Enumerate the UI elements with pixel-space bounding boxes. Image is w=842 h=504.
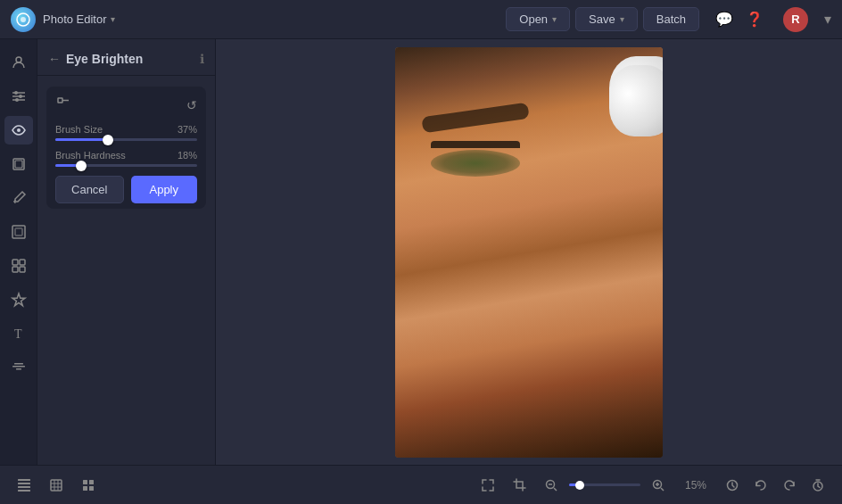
svg-point-7 [19,95,22,98]
svg-marker-18 [12,293,25,306]
svg-point-6 [14,91,18,95]
svg-rect-11 [15,161,22,168]
sidebar-icon-brush[interactable] [4,184,33,212]
canvas-area[interactable] [216,39,842,465]
apply-button[interactable]: Apply [131,176,198,203]
bottombar: 15% [0,465,842,504]
svg-point-8 [15,98,19,102]
crop-button[interactable] [507,472,533,499]
zoom-plus-button[interactable] [646,473,671,498]
svg-rect-15 [20,260,25,265]
brush-hardness-thumb[interactable] [76,161,87,171]
svg-rect-35 [83,486,87,491]
brush-size-label: Brush Size [55,124,103,135]
svg-rect-23 [58,98,62,103]
sidebar-icon-text[interactable]: T [4,319,33,348]
tool-options-box: ↺ Brush Size 37% Brush Hardness 18% [46,87,206,209]
main-area: T ← Eye Brighten ℹ ↺ Brush Size 37% [0,39,842,465]
tool-panel: ← Eye Brighten ℹ ↺ Brush Size 37% [37,39,216,465]
brush-size-value: 37% [177,124,197,135]
grid-bottom-button[interactable] [75,472,102,499]
sidebar-icon-effects[interactable] [4,285,33,314]
save-button[interactable]: Save ▾ [575,7,638,31]
redo-button[interactable] [776,472,803,499]
svg-rect-21 [14,363,23,365]
history-button[interactable] [719,472,746,499]
batch-button[interactable]: Batch [643,7,699,31]
sidebar-icon-layers[interactable] [4,150,33,178]
brush-tool-icon-button[interactable] [55,95,71,115]
app-title: Photo Editor [43,12,107,26]
svg-rect-33 [83,480,87,484]
svg-line-39 [554,488,557,491]
brush-size-thumb[interactable] [103,135,113,145]
panel-title: Eye Brighten [66,52,194,66]
sidebar-icon-frame[interactable] [4,218,33,246]
open-button[interactable]: Open ▾ [506,7,570,31]
svg-line-43 [661,488,664,491]
brush-size-track[interactable] [55,138,197,141]
chat-icon-button[interactable]: 💬 [715,11,733,28]
user-avatar[interactable]: R [783,7,808,32]
svg-rect-22 [16,368,21,370]
left-sidebar: T [0,39,37,465]
svg-rect-14 [12,260,18,265]
svg-rect-26 [18,479,30,481]
svg-rect-36 [89,486,94,491]
fit-button[interactable] [475,472,501,499]
app-logo [11,7,36,32]
svg-rect-20 [12,366,25,368]
help-icon-button[interactable]: ❓ [746,11,764,28]
brush-hardness-value: 18% [177,150,197,161]
svg-rect-12 [12,226,25,238]
sidebar-icon-sliders[interactable] [4,82,33,111]
more-options-icon[interactable]: ▾ [824,11,831,28]
svg-rect-24 [18,483,30,484]
svg-text:T: T [14,327,22,341]
sidebar-icon-objects[interactable] [4,252,33,280]
zoom-minus-button[interactable] [539,473,564,498]
svg-rect-25 [18,486,30,488]
svg-rect-16 [12,267,18,272]
action-buttons: Cancel Apply [55,176,197,203]
layers-bottom-button[interactable] [11,472,37,499]
bottom-right-icons [719,472,831,499]
save-chevron: ▾ [620,14,624,24]
svg-rect-34 [89,480,94,484]
cancel-button[interactable]: Cancel [55,176,124,203]
sidebar-icon-people[interactable] [4,48,33,77]
frame-bottom-button[interactable] [43,472,70,499]
sidebar-icon-tools[interactable] [4,353,33,382]
svg-point-1 [21,17,26,22]
app-title-chevron: ▾ [111,14,115,24]
svg-rect-13 [15,228,22,235]
brush-hardness-label: Brush Hardness [55,150,126,161]
svg-rect-28 [51,480,62,491]
svg-rect-27 [18,490,30,492]
topbar: Photo Editor ▾ Open ▾ Save ▾ Batch 💬 ❓ R… [0,0,842,39]
tool-options-header: ↺ [55,95,197,115]
svg-point-2 [16,57,21,62]
zoom-slider-thumb[interactable] [575,481,584,490]
brush-hardness-track[interactable] [55,164,197,167]
brush-size-group: Brush Size 37% [55,124,197,141]
topbar-icons: 💬 ❓ R ▾ [715,7,831,32]
zoom-controls: 15% [539,473,706,498]
brush-size-fill [55,138,108,141]
panel-info-button[interactable]: ℹ [200,52,204,66]
panel-header: ← Eye Brighten ℹ [37,39,215,76]
svg-point-9 [17,128,21,132]
panel-back-button[interactable]: ← [48,52,61,66]
undo-button[interactable] [747,472,774,499]
svg-rect-17 [20,267,25,272]
open-chevron: ▾ [552,14,557,24]
zoom-value: 15% [676,479,706,492]
zoom-slider-track[interactable] [569,483,640,486]
timer-button[interactable] [805,472,831,499]
brush-hardness-group: Brush Hardness 18% [55,150,197,167]
tool-refresh-button[interactable]: ↺ [186,98,197,112]
sidebar-icon-eye[interactable] [4,116,33,145]
canvas-image [395,47,663,458]
